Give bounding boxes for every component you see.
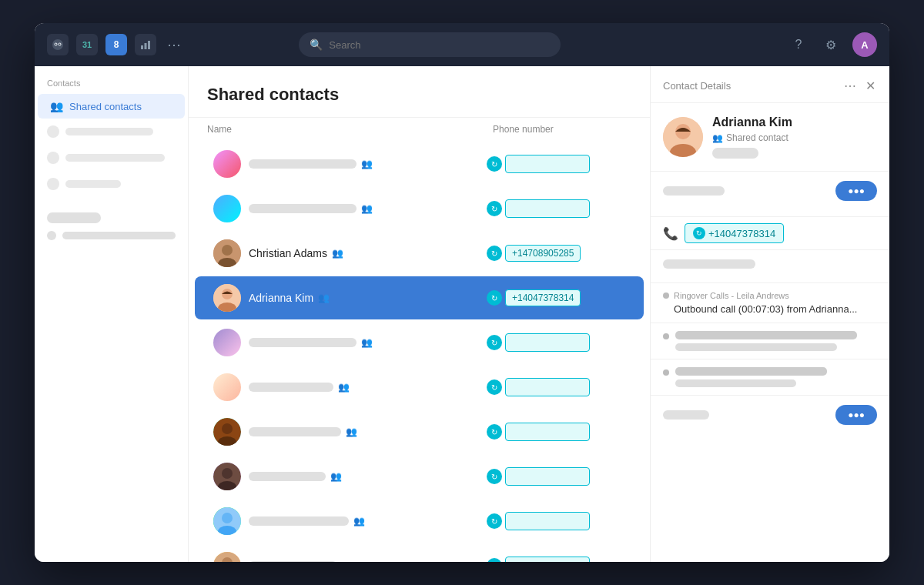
contact-row-adrianna[interactable]: Adrianna Kim 👥 ↻ +14047378314 xyxy=(195,276,644,319)
list-lines xyxy=(675,331,877,351)
help-icon[interactable]: ? xyxy=(788,34,809,55)
settings-icon[interactable]: ⚙ xyxy=(820,34,842,55)
col-phone-header: Phone number xyxy=(493,124,631,135)
phone-value: +14708905285 xyxy=(505,245,581,262)
name-skeleton xyxy=(249,383,333,392)
action-row: ●●● xyxy=(663,181,877,201)
phone-cell: ↻ xyxy=(487,467,625,486)
phone-skeleton xyxy=(505,423,590,441)
action-button[interactable]: ●●● xyxy=(835,181,877,201)
skeleton-line xyxy=(65,128,153,135)
list-line xyxy=(675,367,827,376)
panel-title: Contact Details xyxy=(663,80,731,92)
detail-avatar xyxy=(663,117,703,157)
contact-row[interactable]: 👥 ↻ xyxy=(195,455,644,498)
svg-rect-5 xyxy=(141,45,143,49)
phone-cell: ↻ xyxy=(487,423,625,441)
avatar xyxy=(213,507,241,535)
call-log-dot xyxy=(663,292,669,299)
sidebar-gap xyxy=(35,197,188,209)
phone-skeleton xyxy=(505,333,590,352)
contact-row[interactable]: 👥 ↻ xyxy=(195,321,644,364)
contact-row[interactable]: 👥 ↻ xyxy=(195,366,644,409)
call-log-item[interactable]: Ringover Calls - Leila Andrews Outbound … xyxy=(651,283,889,323)
skeleton xyxy=(663,259,755,269)
contact-row[interactable]: 👥 ↻ xyxy=(195,410,644,453)
contact-row[interactable]: 👥 ↻ xyxy=(195,544,644,562)
calendar-icon[interactable]: 31 xyxy=(76,34,98,55)
list-dot xyxy=(663,333,669,339)
phone-icon: 📞 xyxy=(663,226,678,241)
save-button[interactable]: ●●● xyxy=(835,405,877,425)
detail-contact-info: Adrianna Kim 👥 Shared contact xyxy=(651,103,889,172)
detail-name-section: Adrianna Kim 👥 Shared contact xyxy=(712,115,792,159)
contact-row[interactable]: 👥 ↻ xyxy=(195,187,644,230)
svg-rect-6 xyxy=(145,43,147,49)
sidebar-item-shared-contacts[interactable]: 👥 Shared contacts xyxy=(38,94,185,119)
contact-info: 👥 xyxy=(249,560,479,562)
center-header: Shared contacts xyxy=(189,66,650,118)
close-btn[interactable]: ✕ xyxy=(864,77,877,95)
phone-cell: ↻ xyxy=(487,199,625,218)
contact-row[interactable]: 👥 ↻ xyxy=(195,142,644,186)
user-avatar[interactable]: A xyxy=(852,32,877,57)
shared-icon: 👥 xyxy=(332,248,343,259)
sidebar-skeleton-1 xyxy=(35,119,188,145)
phone-skeleton xyxy=(505,467,590,486)
sync-icon: ↻ xyxy=(487,246,502,261)
shared-contact-icon: 👥 xyxy=(712,133,723,143)
contact-row[interactable]: 👥 ↻ xyxy=(195,500,644,543)
shared-icon: 👥 xyxy=(330,471,342,482)
detail-skeleton-section xyxy=(651,250,889,283)
contact-info: Adrianna Kim 👥 xyxy=(249,292,479,304)
list-line xyxy=(675,343,837,351)
contact-row-christian[interactable]: Christian Adams 👥 ↻ +14708905285 xyxy=(195,232,644,275)
sync-icon: ↻ xyxy=(487,513,502,529)
contact-info: 👥 xyxy=(249,337,479,348)
phone-skeleton xyxy=(505,557,590,562)
name-skeleton xyxy=(249,561,337,562)
phone-value-adrianna: +14047378314 xyxy=(505,289,581,306)
chart-icon[interactable] xyxy=(135,34,156,55)
contact-name: Christian Adams xyxy=(249,247,327,259)
search-bar[interactable]: 🔍 xyxy=(299,32,561,57)
phone-skeleton xyxy=(505,512,590,530)
sidebar-skeleton-2 xyxy=(35,145,188,171)
footer-skeleton xyxy=(663,410,709,420)
page-title: Shared contacts xyxy=(207,85,631,105)
sidebar-item-label: Shared contacts xyxy=(69,101,142,112)
shared-icon: 👥 xyxy=(346,426,357,437)
sidebar-tag xyxy=(47,212,101,223)
sync-icon: ↻ xyxy=(487,558,502,562)
topbar-more-icon[interactable]: ⋯ xyxy=(167,36,181,53)
contact-name-adrianna: Adrianna Kim xyxy=(249,292,313,304)
app-window: 31 8 ⋯ 🔍 ? ⚙ A Contacts xyxy=(35,23,889,562)
contact-info: 👥 xyxy=(249,471,479,482)
num-icon[interactable]: 8 xyxy=(105,34,127,55)
sidebar-label: Contacts xyxy=(35,79,188,94)
search-icon: 🔍 xyxy=(310,38,323,51)
svg-point-9 xyxy=(222,245,233,256)
svg-point-3 xyxy=(55,44,57,45)
avatar-christian xyxy=(213,239,241,267)
sync-icon: ↻ xyxy=(487,335,502,350)
name-skeleton xyxy=(249,159,357,169)
shared-icon: 👥 xyxy=(361,203,373,214)
phone-cell: ↻ xyxy=(487,512,625,530)
phone-cell: ↻ xyxy=(487,333,625,352)
sync-icon: ↻ xyxy=(487,469,502,484)
topbar-right: ? ⚙ A xyxy=(788,32,877,57)
skeleton-lines xyxy=(65,125,176,139)
skeleton-avatar xyxy=(47,152,59,164)
contact-info: 👥 xyxy=(249,159,479,169)
more-options-btn[interactable]: ⋯ xyxy=(842,77,858,95)
phone-detail-row: 📞 ↻ +14047378314 xyxy=(651,217,889,250)
sidebar-small-line xyxy=(62,232,176,239)
phone-detail-value[interactable]: ↻ +14047378314 xyxy=(685,223,784,243)
center-panel: Shared contacts Name Phone number 👥 ↻ xyxy=(189,66,651,562)
search-input[interactable] xyxy=(329,39,550,51)
contact-details-panel: Contact Details ⋯ ✕ Adrianna xyxy=(651,66,889,562)
owl-icon[interactable] xyxy=(47,34,69,55)
panel-header: Contact Details ⋯ ✕ xyxy=(651,66,889,103)
main-content: Contacts 👥 Shared contacts xyxy=(35,66,889,562)
